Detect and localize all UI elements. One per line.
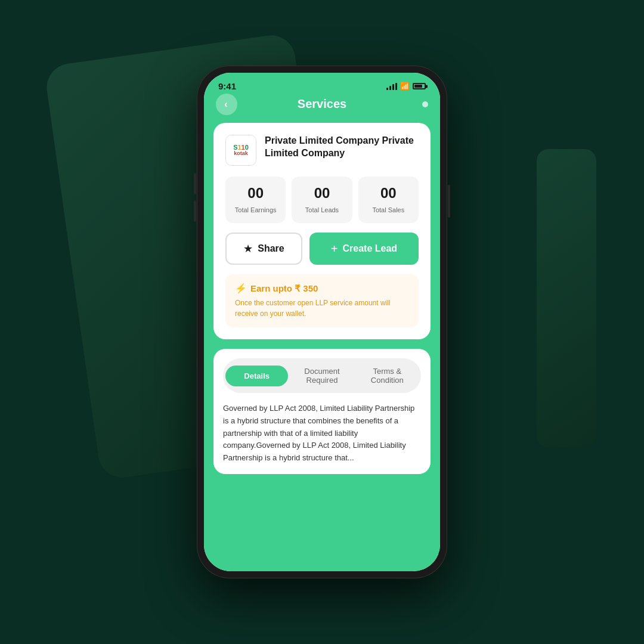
- dot-indicator: [422, 101, 428, 107]
- phone-mockup: 9:41 📶 ‹: [197, 66, 447, 578]
- tabs-section: Details Document Required Terms & Condit…: [213, 349, 431, 474]
- stat-sales-label: Total Sales: [372, 206, 404, 213]
- share-icon: ★: [243, 242, 253, 255]
- create-lead-label: Create Lead: [343, 243, 398, 254]
- volume-down-button: [194, 200, 196, 222]
- details-content: Governed by LLP Act 2008, Limited Liabil…: [223, 402, 421, 465]
- back-button[interactable]: ‹: [216, 94, 237, 115]
- stat-leads-number: 00: [298, 185, 346, 202]
- volume-up-button: [194, 173, 196, 194]
- tab-document-required[interactable]: Document Required: [290, 361, 353, 391]
- earn-banner: ⚡ Earn upto ₹ 350 Once the customer open…: [225, 274, 419, 327]
- share-button[interactable]: ★ Share: [225, 233, 302, 265]
- status-time: 9:41: [218, 81, 236, 91]
- plus-icon: +: [331, 242, 338, 256]
- company-header: S110 kotak Private Limited Company Priva…: [225, 135, 419, 166]
- action-buttons-row: ★ Share + Create Lead: [225, 233, 419, 265]
- share-label: Share: [258, 243, 284, 254]
- create-lead-button[interactable]: + Create Lead: [309, 233, 419, 265]
- stat-total-leads: 00 Total Leads: [292, 177, 352, 223]
- tab-details[interactable]: Details: [225, 366, 288, 386]
- earn-description: Once the customer open LLP service amoun…: [235, 298, 409, 319]
- battery-icon: [413, 83, 426, 89]
- back-chevron-icon: ‹: [224, 99, 227, 110]
- stat-earnings-label: Total Earnings: [235, 206, 277, 213]
- stats-row: 00 Total Earnings 00 Total Leads 00 Tota…: [225, 177, 419, 223]
- earn-title: ⚡ Earn upto ₹ 350: [235, 283, 409, 294]
- lightning-icon: ⚡: [235, 283, 247, 294]
- status-bar: 9:41 📶: [204, 73, 440, 91]
- main-card: S110 kotak Private Limited Company Priva…: [213, 123, 431, 339]
- wifi-icon: 📶: [400, 82, 410, 91]
- app-header: ‹ Services: [204, 91, 440, 123]
- tabs-row: Details Document Required Terms & Condit…: [223, 358, 421, 393]
- signal-icon: [386, 83, 397, 90]
- company-logo: S110 kotak: [225, 135, 256, 166]
- company-name: Private Limited Company Private Limited …: [265, 135, 419, 160]
- stat-earnings-number: 00: [231, 185, 280, 202]
- power-button: [448, 185, 450, 218]
- page-title: Services: [298, 97, 346, 111]
- status-icons: 📶: [386, 82, 426, 91]
- stat-sales-number: 00: [364, 185, 413, 202]
- phone-screen: 9:41 📶 ‹: [204, 73, 440, 571]
- stat-leads-label: Total Leads: [305, 206, 339, 213]
- tab-terms-condition[interactable]: Terms & Condition: [356, 361, 419, 391]
- stat-total-sales: 00 Total Sales: [358, 177, 419, 223]
- phone-body: 9:41 📶 ‹: [197, 66, 447, 578]
- stat-total-earnings: 00 Total Earnings: [225, 177, 286, 223]
- bg-panel-right: [537, 149, 596, 447]
- app-content: S110 kotak Private Limited Company Priva…: [204, 123, 440, 571]
